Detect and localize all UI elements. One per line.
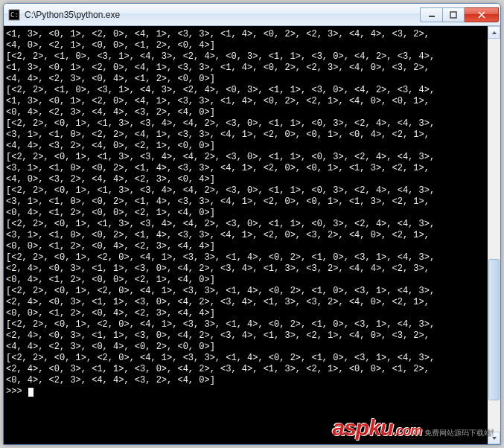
console-window: C: C:\Python35\python.exe <1, 3>, <0, 1>… (3, 3, 501, 445)
scroll-down-button[interactable] (488, 432, 500, 444)
minimize-icon (428, 11, 436, 19)
maximize-icon (450, 11, 457, 19)
window-title: C:\Python35\python.exe (25, 10, 420, 20)
text-cursor (28, 388, 34, 397)
window-controls (420, 7, 499, 22)
vertical-scrollbar[interactable] (488, 26, 500, 444)
maximize-button[interactable] (442, 7, 465, 22)
svg-rect-2 (429, 16, 435, 17)
chevron-down-icon (491, 435, 497, 441)
titlebar[interactable]: C: C:\Python35\python.exe (4, 4, 500, 26)
scrollbar-track[interactable] (488, 39, 500, 432)
minimize-button[interactable] (420, 7, 442, 22)
app-icon: C: (8, 9, 20, 21)
close-icon (477, 11, 486, 19)
console-output[interactable]: <1, 3>, <0, 1>, <2, 0>, <4, 1>, <3, 3>, … (4, 26, 488, 444)
scroll-up-button[interactable] (488, 26, 500, 39)
svg-text:C:: C: (10, 11, 19, 19)
console-client-area: <1, 3>, <0, 1>, <2, 0>, <4, 1>, <3, 3>, … (4, 26, 500, 444)
svg-marker-7 (492, 437, 497, 440)
scrollbar-thumb[interactable] (488, 259, 500, 400)
close-button[interactable] (465, 7, 499, 22)
chevron-up-icon (491, 30, 497, 36)
svg-marker-6 (492, 31, 497, 34)
svg-rect-3 (450, 12, 456, 18)
